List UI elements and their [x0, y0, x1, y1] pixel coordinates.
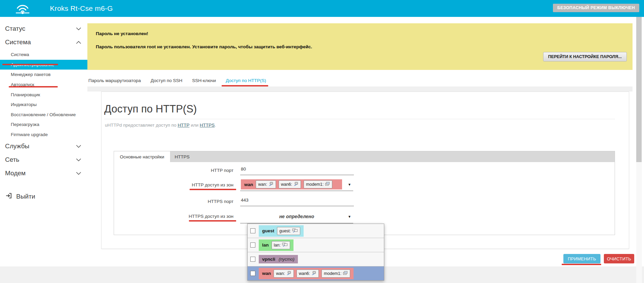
admin-tabs: Пароль маршрутизатораДоступ по SSHSSH-кл…	[88, 78, 266, 85]
title-divider	[104, 119, 615, 119]
zone-checkbox-wan[interactable]	[250, 271, 255, 276]
zone-name: vpncli	[262, 257, 275, 262]
zone-option-wan[interactable]: wanwan: wan6: modem1:	[248, 266, 384, 280]
sidebar-section-2[interactable]: Система	[0, 35, 87, 49]
annotation-underline-http-zones	[190, 189, 236, 190]
zone-name: wan	[262, 271, 271, 276]
bridge-icon	[292, 228, 298, 234]
annotation-underline-https-zones	[189, 220, 236, 222]
description-text: .	[215, 123, 216, 128]
https-zones-value: не определено ▼	[240, 210, 353, 224]
logout-button[interactable]: Выйти	[0, 190, 87, 203]
zone-empty-label: (пусто)	[279, 257, 295, 262]
chevron-up-icon	[76, 41, 81, 44]
https-link[interactable]: HTTPS	[200, 123, 215, 128]
zone-option-guest[interactable]: guestguest:	[248, 224, 384, 238]
network-tag-wan6: wan6:	[297, 269, 319, 278]
eth-icon	[269, 182, 274, 187]
dropdown-caret-icon: ▼	[348, 215, 351, 218]
reset-button[interactable]: ОЧИСТИТЬ	[604, 254, 634, 263]
network-tag-lan: lan:	[272, 241, 290, 249]
sidebar-submenu: СистемаАдминистрированиеМенеджер пакетов…	[0, 50, 87, 139]
https-port-label: HTTPS порт	[114, 199, 233, 204]
tab-пароль-маршрутизатора[interactable]: Пароль маршрутизатора	[88, 78, 141, 85]
scrollbar-thumb[interactable]	[636, 17, 642, 162]
zone-checkbox-vpncli[interactable]	[250, 257, 255, 262]
zone-chip-guest: guestguest:	[259, 225, 304, 237]
safe-mode-badge[interactable]: БЕЗОПАСНЫЙ РЕЖИМ ВЫКЛЮЧЕН	[553, 4, 639, 12]
form-row-http-zones: HTTP доступ из зон wanwan: wan6: modem1:…	[114, 178, 615, 192]
apply-button[interactable]: ПРИМЕНИТЬ	[563, 254, 600, 263]
notice-title: Пароль не установлен!	[96, 31, 633, 36]
zones-dropdown-list: guestguest: lanlan: vpncli(пусто)wanwan:…	[247, 224, 384, 281]
selected-zone-wan: wanwan: wan6: modem1:	[241, 179, 342, 189]
sidebar-section-3[interactable]: Службы	[0, 139, 87, 153]
https-port-input[interactable]	[240, 197, 354, 206]
notice-body: Пароль пользователя root не установлен. …	[96, 44, 633, 49]
annotation-underline-sistema	[2, 64, 58, 65]
zone-chip-wan: wanwan: wan6: modem1:	[259, 268, 354, 279]
sidebar-item-восстановление-обновление[interactable]: Восстановление / Обновление	[0, 110, 87, 120]
http-port-input[interactable]	[240, 165, 354, 175]
zone-name: guest	[262, 228, 274, 233]
zone-option-lan[interactable]: lanlan:	[248, 238, 384, 252]
inner-tab-основные-настройки[interactable]: Основные настройки	[114, 151, 170, 162]
network-tag-guest: guest:	[277, 227, 300, 235]
http-link[interactable]: HTTP	[178, 123, 190, 128]
https-zones-select[interactable]: не определено ▼	[240, 210, 353, 224]
sidebar-section-4[interactable]: Сеть	[0, 153, 87, 166]
sidebar-item-планировщик[interactable]: Планировщик	[0, 89, 87, 100]
sidebar-section-label: Система	[5, 38, 31, 46]
wifi-logo-icon	[15, 2, 30, 15]
sidebar-item-система[interactable]: Система	[0, 50, 87, 60]
sidebar-section-label: Статус	[5, 25, 25, 32]
sidebar-item-firmware-upgrade[interactable]: Firmware upgrade	[0, 130, 87, 140]
http-zones-value: wanwan: wan6: modem1: ▼	[240, 178, 353, 191]
description-text: uHTTPd предоставляет доступ по	[105, 123, 178, 128]
settings-inner-tabs: Основные настройкиHTTPS	[114, 151, 615, 162]
password-notice: Пароль не установлен! Пароль пользовател…	[87, 23, 633, 70]
http-zones-label: HTTP доступ из зон	[114, 182, 233, 187]
zone-checkbox-lan[interactable]	[250, 242, 255, 248]
https-zones-selected-value: не определено	[279, 214, 314, 219]
annotation-underline-apply	[562, 264, 601, 265]
sidebar-section-label: Сеть	[5, 156, 19, 163]
tab-доступ-по-http-s-[interactable]: Доступ по HTTP(S)	[226, 78, 266, 85]
sidebar-item-автозапуск[interactable]: Автозапуск	[0, 80, 87, 90]
form-row-https-zones: HTTPS доступ из зон не определено ▼	[114, 210, 615, 224]
eth-icon	[311, 271, 316, 276]
sidebar-item-перезагрузка[interactable]: Перезагрузка	[0, 120, 87, 130]
bridge-icon	[282, 242, 288, 248]
sidebar-section-1[interactable]: Статус	[0, 22, 87, 35]
https-zones-label: HTTPS доступ из зон	[114, 214, 233, 219]
network-tag-modem1: modem1:	[321, 269, 350, 278]
http-port-value	[240, 165, 353, 175]
go-to-password-settings-button[interactable]: ПЕРЕЙТИ К НАСТРОЙКЕ ПАРОЛЯ...	[543, 52, 627, 61]
http-port-label: HTTP порт	[114, 168, 233, 173]
http-zones-select[interactable]: wanwan: wan6: modem1: ▼	[240, 178, 353, 191]
router-title: Kroks Rt-Cse m6-G	[50, 0, 113, 17]
inner-tab-https[interactable]: HTTPS	[170, 151, 194, 162]
network-tag-wan6: wan6:	[279, 180, 301, 188]
chevron-down-icon	[76, 172, 81, 175]
sidebar-nav: СтатусСистемаСистемаАдминистрированиеМен…	[0, 17, 87, 266]
http-zones-label-text: HTTP доступ из зон	[192, 182, 233, 187]
https-zones-label-text: HTTPS доступ из зон	[189, 214, 233, 219]
settings-fieldset: Основные настройкиHTTPS HTTP порт HTTP д…	[114, 151, 615, 235]
zone-chip-vpncli: vpncli(пусто)	[259, 255, 298, 263]
sidebar-item-индикаторы[interactable]: Индикаторы	[0, 100, 87, 110]
top-header-bar: Kroks Rt-Cse m6-G БЕЗОПАСНЫЙ РЕЖИМ ВЫКЛЮ…	[0, 0, 644, 17]
sidebar-section-5[interactable]: Модем	[0, 166, 87, 180]
page-description: uHTTPd предоставляет доступ по HTTP или …	[105, 123, 629, 128]
tab-доступ-по-ssh[interactable]: Доступ по SSH	[151, 78, 183, 85]
zone-option-vpncli[interactable]: vpncli(пусто)	[248, 252, 384, 266]
https-port-value	[240, 197, 353, 206]
zone-checkbox-guest[interactable]	[250, 228, 255, 233]
zone-name: wan	[244, 182, 253, 187]
network-tag-wan: wan:	[274, 269, 293, 278]
chevron-down-icon	[76, 27, 81, 30]
tab-ssh-ключи[interactable]: SSH-ключи	[192, 78, 216, 85]
sidebar-item-менеджер-пакетов[interactable]: Менеджер пакетов	[0, 70, 87, 80]
zone-chip-lan: lanlan:	[259, 239, 293, 251]
network-tag-modem1: modem1:	[304, 180, 332, 188]
